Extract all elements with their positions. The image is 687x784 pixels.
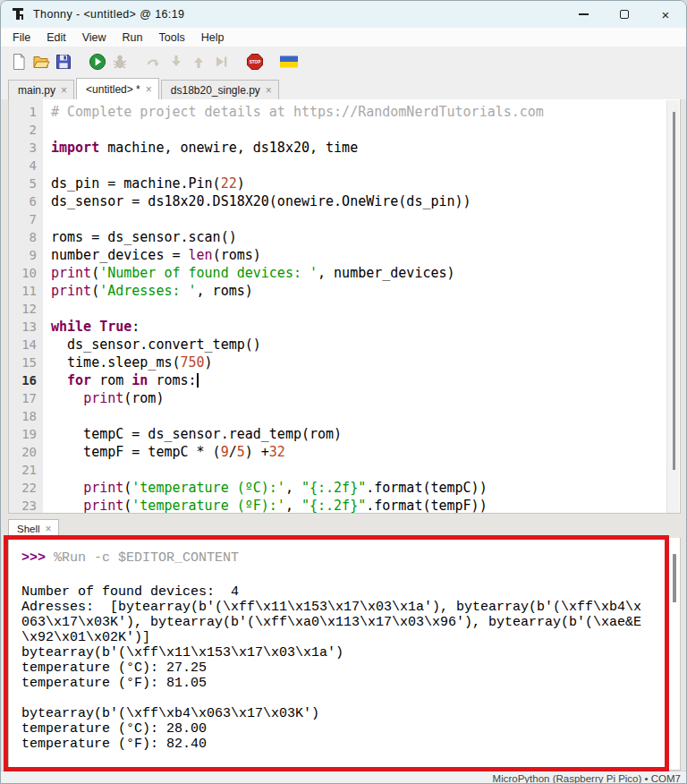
run-button[interactable] — [87, 52, 108, 73]
debug-button[interactable] — [109, 52, 131, 73]
step-over-button[interactable] — [143, 52, 165, 73]
code-line — [51, 210, 680, 228]
code-token: , — [285, 480, 301, 496]
shell-text: bytearray(b'(\xff\xb4\x063\x17\x03K') — [21, 706, 319, 721]
step-over-icon — [145, 53, 163, 73]
shell-panel[interactable]: >>> %Run -c $EDITOR_CONTENTNumber of fou… — [8, 538, 681, 771]
stop-button[interactable]: STOP — [244, 52, 266, 73]
step-into-button[interactable] — [165, 52, 187, 73]
menu-item-tools[interactable]: Tools — [151, 29, 193, 47]
code-line: import machine, onewire, ds18x20, time — [51, 139, 680, 157]
thonny-window: Thonny - <untitled> @ 16:19 × FileEditVi… — [0, 0, 687, 784]
code-token: machine, onewire, ds18x20, time — [99, 140, 358, 156]
code-editor[interactable]: 1234567891011121314151617181920212223 # … — [8, 99, 681, 514]
close-button[interactable]: × — [645, 1, 686, 28]
menu-item-help[interactable]: Help — [193, 29, 233, 47]
new-file-button[interactable] — [8, 52, 30, 73]
code-line: # Complete project details at https://Ra… — [51, 103, 680, 121]
code-line — [51, 157, 680, 175]
code-token — [51, 480, 83, 496]
line-number: 23 — [9, 497, 43, 514]
minimize-button[interactable] — [563, 1, 604, 28]
ukraine-flag-button[interactable] — [278, 52, 300, 73]
tab-ds18b20-single-py[interactable]: ds18b20_single.py× — [161, 80, 279, 99]
code-area[interactable]: # Complete project details at https://Ra… — [43, 99, 680, 513]
code-line: ds_sensor = ds18x20.DS18X20(onewire.OneW… — [51, 192, 680, 210]
menu-item-run[interactable]: Run — [114, 29, 151, 47]
code-token: 32 — [269, 444, 285, 460]
line-number: 6 — [9, 192, 43, 210]
shell-tab-close-icon[interactable]: × — [46, 523, 52, 535]
line-number: 1 — [9, 103, 43, 121]
code-token: "{:.2f}" — [301, 480, 366, 496]
code-token: number_devices = — [51, 247, 189, 263]
line-number: 9 — [9, 246, 43, 264]
toolbar: STOP — [1, 47, 686, 78]
code-line: number_devices = len(roms) — [51, 246, 680, 264]
step-into-icon — [167, 53, 185, 73]
line-number: 11 — [9, 282, 43, 300]
shell-text: Number of found devices: 4 — [21, 584, 239, 600]
code-token: ds_sensor = ds18x20.DS18X20(onewire.OneW… — [51, 193, 471, 209]
line-number: 22 — [9, 479, 43, 497]
close-icon: × — [662, 8, 670, 21]
step-out-button[interactable] — [188, 52, 209, 73]
code-token: for — [67, 372, 91, 388]
text-cursor — [197, 373, 199, 388]
save-file-icon — [55, 53, 72, 73]
shell-scrollbar-thumb[interactable] — [673, 554, 676, 602]
code-line: print(rom) — [51, 389, 680, 407]
code-token: 5 — [237, 444, 245, 460]
open-file-icon — [32, 53, 50, 73]
code-token: len — [189, 247, 213, 263]
tab-main-py[interactable]: main.py× — [8, 80, 74, 99]
code-line: ds_pin = machine.Pin(22) — [51, 175, 680, 192]
code-token: time.sleep_ms( — [51, 354, 181, 371]
code-line — [51, 300, 680, 318]
tab-close-icon[interactable]: × — [266, 84, 272, 97]
code-token: True — [99, 319, 131, 335]
tab-shell[interactable]: Shell × — [8, 519, 59, 538]
open-file-button[interactable] — [30, 52, 52, 73]
save-file-button[interactable] — [53, 52, 74, 73]
code-token: 9 — [221, 444, 229, 460]
code-token: , number_devices) — [318, 265, 455, 281]
menu-item-edit[interactable]: Edit — [38, 29, 74, 47]
code-line: time.sleep_ms(750) — [51, 354, 680, 371]
line-number: 2 — [9, 121, 43, 139]
code-token: ( — [91, 283, 99, 299]
editor-scrollbar-thumb[interactable] — [673, 112, 675, 470]
shell-line — [21, 691, 680, 706]
shell-text: temperature (°C): 28.00 — [21, 721, 207, 737]
editor-scrollbar[interactable] — [666, 100, 679, 513]
maximize-button[interactable] — [604, 1, 645, 28]
code-token — [51, 372, 67, 388]
code-token: : — [131, 319, 140, 335]
menu-item-view[interactable]: View — [74, 29, 114, 47]
thonny-app-icon — [12, 7, 26, 21]
shell-line: temperature (°C): 28.00 — [21, 721, 680, 737]
shell-text: temperature (°F): 81.05 — [21, 676, 207, 691]
resume-icon — [212, 53, 230, 73]
tab-untitled[interactable]: <untitled> *× — [76, 78, 159, 99]
shell-text: %Run -c $EDITOR_CONTENT — [54, 550, 239, 566]
line-number: 10 — [9, 264, 43, 282]
shell-tab-label: Shell — [17, 524, 40, 534]
code-line — [51, 461, 680, 479]
code-token: import — [51, 140, 99, 156]
shell-text: 063\x17\x03K'), bytearray(b'(\xff\xa0\x1… — [21, 615, 641, 630]
menu-item-file[interactable]: File — [4, 29, 38, 47]
line-number: 18 — [9, 407, 43, 425]
code-token: ds_sensor.convert_temp() — [51, 337, 261, 353]
tab-label: main.py — [18, 84, 55, 97]
code-token: roms: — [148, 372, 196, 388]
tab-close-icon[interactable]: × — [61, 84, 67, 97]
code-token: print — [83, 480, 123, 496]
resume-button[interactable] — [210, 52, 232, 73]
stop-icon: STOP — [246, 53, 264, 73]
line-number: 7 — [9, 210, 43, 228]
code-line: while True: — [51, 318, 680, 336]
tab-close-icon[interactable]: × — [146, 83, 152, 96]
interpreter-status[interactable]: MicroPython (Raspberry Pi Pico) • COM7 — [493, 773, 681, 784]
code-line: for rom in roms: — [51, 371, 680, 389]
